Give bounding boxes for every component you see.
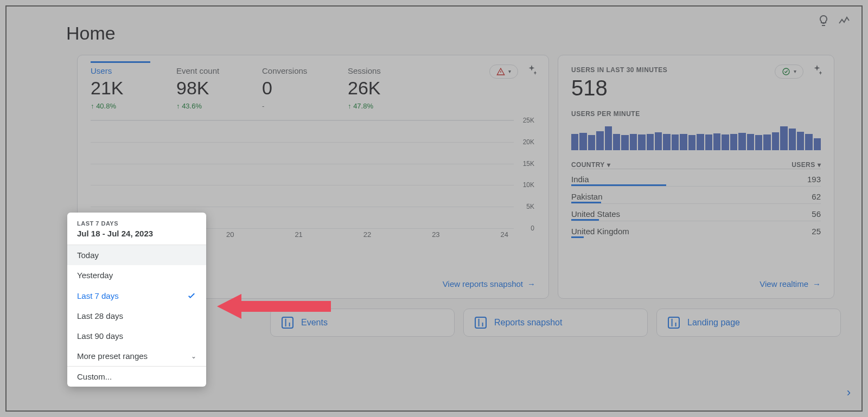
users-per-minute-chart: [571, 123, 821, 150]
bar: [789, 129, 796, 150]
bar: [663, 134, 670, 150]
insights-icon[interactable]: [838, 14, 851, 30]
bar: [596, 131, 603, 150]
check-circle-icon: [782, 67, 790, 76]
date-option-today[interactable]: Today: [67, 245, 206, 265]
users-per-minute-label: USERS PER MINUTE: [571, 110, 821, 118]
sparkle-icon[interactable]: [811, 64, 823, 79]
bar: [814, 138, 821, 150]
bar: [738, 133, 745, 150]
country-value: 56: [812, 209, 821, 219]
users-column-header[interactable]: USERS ▾: [792, 161, 821, 169]
bar: [688, 135, 695, 150]
date-option-more-presets[interactable]: More preset ranges ⌄: [67, 346, 206, 366]
bar: [571, 134, 578, 150]
date-range-value: Jul 18 - Jul 24, 2023: [77, 229, 196, 238]
data-quality-button[interactable]: ▾: [489, 65, 518, 79]
metric-event-count[interactable]: Event count 98K 43.6%: [176, 66, 236, 110]
country-name: India: [571, 175, 589, 184]
date-option-last-28-days[interactable]: Last 28 days: [67, 306, 206, 326]
date-option-last-7-days[interactable]: Last 7 days: [67, 285, 206, 306]
date-option-custom[interactable]: Custom...: [67, 366, 206, 387]
country-column-header[interactable]: COUNTRY ▾: [571, 161, 610, 169]
suggestion-landing-page[interactable]: ┃╻ Landing page: [656, 309, 841, 337]
sparkle-icon[interactable]: [526, 64, 538, 79]
country-name: United Kingdom: [571, 227, 629, 236]
bar: [763, 134, 770, 150]
bar: [605, 126, 612, 150]
warning-icon: [496, 67, 505, 76]
date-range-heading: LAST 7 DAYS: [77, 220, 196, 227]
bar: [713, 133, 720, 150]
metric-conversions[interactable]: Conversions 0 -: [262, 66, 322, 110]
bar: [705, 134, 712, 150]
bar: [772, 132, 779, 150]
arrow-right-icon: →: [813, 279, 821, 288]
bar: [588, 135, 595, 150]
bar: [780, 126, 787, 150]
status-button[interactable]: ▾: [775, 65, 803, 79]
bar: [797, 132, 804, 150]
date-range-popover: LAST 7 DAYS Jul 18 - Jul 24, 2023 Today …: [67, 213, 206, 387]
svg-point-0: [783, 68, 789, 75]
svg-marker-1: [217, 294, 331, 319]
date-option-last-90-days[interactable]: Last 90 days: [67, 326, 206, 346]
overview-chart: 25K 20K 15K 10K 5K 0: [91, 120, 514, 228]
arrow-right-icon: →: [527, 279, 535, 288]
bar: [647, 134, 654, 150]
chart-icon: ┃╻: [668, 317, 680, 329]
lightbulb-icon[interactable]: [817, 14, 830, 30]
view-realtime-link[interactable]: View realtime→: [760, 279, 821, 288]
bar: [630, 134, 637, 150]
caret-down-icon: ▾: [818, 161, 821, 169]
bar: [730, 134, 737, 150]
country-value: 193: [807, 175, 821, 184]
country-row: Pakistan62: [571, 186, 821, 203]
bar: [755, 135, 762, 150]
chevron-down-icon: ⌄: [191, 352, 196, 360]
view-reports-snapshot-link[interactable]: View reports snapshot→: [443, 279, 535, 288]
realtime-count: 518: [571, 76, 821, 100]
country-row: United Kingdom25: [571, 221, 821, 238]
bar: [621, 135, 628, 150]
annotation-arrow: [217, 293, 331, 320]
bar: [680, 134, 687, 150]
metric-sessions[interactable]: Sessions 26K 47.8%: [348, 66, 407, 110]
country-name: Pakistan: [571, 192, 603, 201]
chart-icon: ┃╻: [475, 317, 487, 329]
country-value: 62: [812, 192, 821, 201]
bar: [747, 134, 754, 150]
bar: [722, 134, 729, 150]
country-value: 25: [812, 227, 821, 236]
realtime-card: ▾ USERS IN LAST 30 MINUTES 518 USERS PER…: [558, 55, 834, 299]
country-row: United States56: [571, 203, 821, 221]
country-row: India193: [571, 169, 821, 186]
bar: [805, 134, 812, 150]
date-option-yesterday[interactable]: Yesterday: [67, 265, 206, 285]
bar: [655, 132, 662, 150]
bar: [638, 134, 645, 150]
next-arrow-icon[interactable]: ›: [847, 386, 851, 400]
caret-down-icon: ▾: [607, 161, 610, 169]
metric-users[interactable]: Users 21K 40.8%: [91, 66, 150, 110]
bar: [697, 134, 704, 150]
page-title: Home: [66, 23, 845, 44]
check-icon: [187, 291, 196, 300]
bar: [579, 133, 586, 150]
bar: [672, 134, 679, 150]
suggestion-reports-snapshot[interactable]: ┃╻ Reports snapshot: [463, 309, 648, 337]
bar: [613, 134, 620, 150]
country-name: United States: [571, 209, 620, 219]
